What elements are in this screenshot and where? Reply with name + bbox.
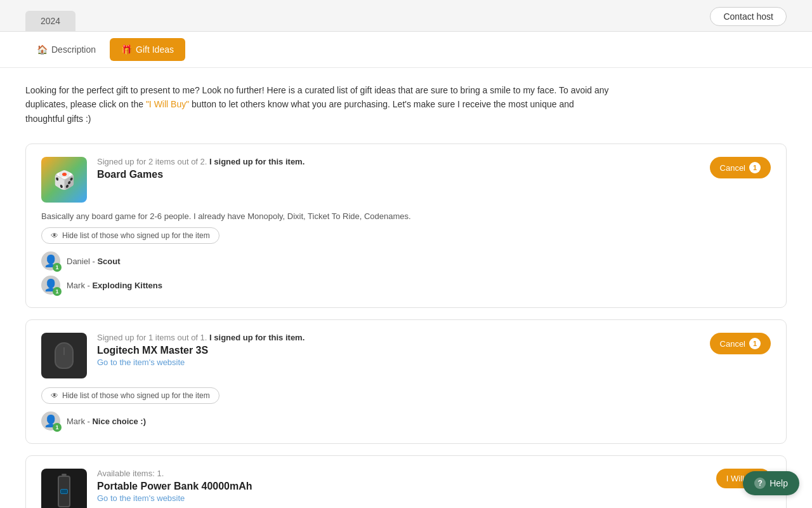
- tab-gift-ideas[interactable]: 🎁 Gift Ideas: [110, 38, 185, 61]
- gift-status: Signed up for 1 items out of 1. I signed…: [97, 333, 304, 342]
- gift-description: Basically any board game for 2-6 people.…: [41, 211, 771, 221]
- contact-host-button[interactable]: Contact host: [710, 7, 787, 26]
- cancel-button-board-games[interactable]: Cancel 1: [710, 157, 771, 178]
- hide-list-button[interactable]: 👁 Hide list of those who signed up for t…: [41, 227, 219, 244]
- logitech-image: [41, 333, 87, 378]
- cancel-badge: 1: [749, 338, 761, 349]
- avatar-badge: 1: [53, 263, 62, 272]
- cancel-button-logitech[interactable]: Cancel 1: [710, 333, 771, 354]
- year-tab[interactable]: 2024: [25, 11, 75, 31]
- gift-card-logitech: Signed up for 1 items out of 1. I signed…: [25, 319, 787, 444]
- signup-name: Mark - Nice choice :): [67, 417, 146, 426]
- gift-title: Logitech MX Master 3S: [97, 345, 304, 356]
- signup-name: Daniel - Scout: [67, 257, 121, 266]
- powerbank-image: [41, 469, 87, 508]
- gift-link[interactable]: Go to the item's website: [97, 493, 252, 503]
- intro-text: Looking for the perfect gift to present …: [25, 83, 609, 126]
- hide-list-button[interactable]: 👁 Hide list of those who signed up for t…: [41, 387, 219, 404]
- signup-name: Mark - Exploding Kittens: [67, 281, 162, 290]
- gift-card-board-games: 🎲 Signed up for 2 items out of 2. I sign…: [25, 144, 787, 308]
- help-button[interactable]: ? Help: [743, 471, 799, 495]
- signup-item: 👤 1 Daniel - Scout: [41, 251, 771, 271]
- highlight-text: "I Will Buy": [146, 99, 189, 109]
- gift-link[interactable]: Go to the item's website: [97, 358, 304, 367]
- avatar-badge: 1: [53, 423, 62, 432]
- gift-title: Portable Power Bank 40000mAh: [97, 481, 252, 492]
- gift-icon: 🎁: [121, 44, 132, 55]
- avatar-badge: 1: [53, 287, 62, 296]
- signup-item: 👤 1 Mark - Exploding Kittens: [41, 276, 771, 295]
- cancel-badge: 1: [749, 162, 761, 173]
- tab-description[interactable]: 🏠 Description: [25, 38, 107, 61]
- signup-item: 👤 1 Mark - Nice choice :): [41, 411, 771, 431]
- help-icon: ?: [754, 478, 766, 489]
- eye-icon: 👁: [51, 231, 58, 240]
- gift-title: Board Games: [97, 169, 304, 180]
- board-games-image: 🎲: [41, 157, 87, 203]
- home-icon: 🏠: [37, 44, 48, 55]
- gift-status: Available items: 1.: [97, 469, 252, 478]
- eye-icon: 👁: [51, 391, 58, 400]
- gift-card-powerbank: Available items: 1. Portable Power Bank …: [25, 455, 787, 508]
- gift-status: Signed up for 2 items out of 2. I signed…: [97, 157, 304, 166]
